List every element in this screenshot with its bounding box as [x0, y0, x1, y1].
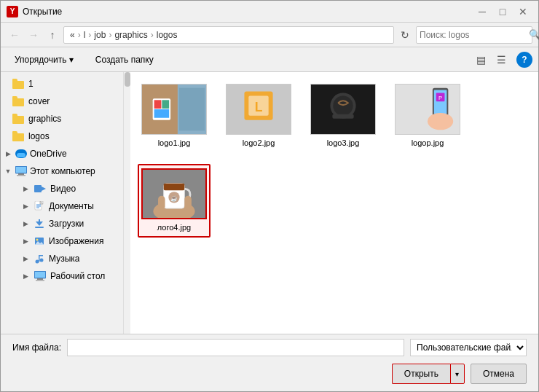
filename-row: Имя файла: Пользовательские файлы — [1, 334, 538, 361]
sidebar-item-onedrive[interactable]: ▶ OneDrive — [1, 145, 123, 162]
window-title: Открытие — [23, 7, 473, 17]
search-icon-button[interactable]: 🔍 — [529, 28, 539, 42]
sidebar-item-graphics[interactable]: graphics — [1, 110, 123, 128]
svg-rect-4 — [34, 185, 42, 192]
sidebar-item-desktop[interactable]: ▶ Рабочий стол — [1, 267, 123, 285]
svg-rect-2 — [18, 173, 24, 175]
search-input[interactable] — [420, 30, 529, 40]
svg-text:L: L — [255, 100, 263, 114]
breadcrumb: « › l › job › graphics › logos — [70, 30, 177, 40]
open-file-dialog: Y Открытие ─ □ ✕ ← → ↑ « › l › job › gra… — [0, 0, 539, 392]
svg-point-16 — [36, 239, 39, 241]
view-tiles-button[interactable]: ▤ — [471, 50, 490, 69]
minimize-button[interactable]: ─ — [473, 4, 492, 19]
forward-button[interactable]: → — [25, 27, 42, 43]
file-item-logo3[interactable]: logo3.jpg — [307, 79, 379, 152]
file-name-logo3: logo3.jpg — [327, 138, 360, 148]
svg-rect-49 — [431, 114, 437, 128]
sidebar-item-cover[interactable]: cover — [1, 93, 123, 110]
svg-rect-42 — [332, 114, 353, 119]
svg-text:☕: ☕ — [170, 195, 178, 202]
svg-rect-34 — [179, 88, 205, 131]
folder-icon — [12, 114, 24, 124]
file-name-logo4: лого4.jpg — [157, 222, 191, 232]
svg-rect-53 — [164, 184, 185, 191]
address-path[interactable]: « › l › job › graphics › logos — [63, 26, 394, 44]
open-button[interactable]: Открыть — [392, 364, 450, 384]
filetype-select[interactable]: Пользовательские файлы — [410, 339, 527, 356]
sidebar-item-images[interactable]: ▶ Изображения — [1, 232, 123, 250]
sidebar-inner: 1 cover graphics logos — [1, 72, 123, 334]
sidebar-item-this-computer[interactable]: ▼ Этот компьютер — [1, 162, 123, 180]
svg-rect-56 — [158, 196, 165, 210]
svg-rect-25 — [36, 280, 44, 281]
file-name-logop: logop.jpg — [412, 138, 444, 148]
svg-text:P: P — [438, 95, 442, 101]
sidebar-label-onedrive: OneDrive — [30, 149, 67, 159]
filename-input[interactable] — [67, 339, 404, 356]
sidebar-scrollbar[interactable] — [123, 72, 130, 334]
desktop-icon — [34, 271, 46, 281]
computer-icon — [15, 166, 27, 176]
toolbar: Упорядочить ▾ Создать папку ▤ ☰ ? — [1, 47, 538, 72]
onedrive-icon — [15, 149, 27, 158]
file-item-logo1[interactable]: logo1.jpg — [138, 79, 211, 152]
close-button[interactable]: ✕ — [514, 4, 532, 19]
address-bar: ← → ↑ « › l › job › graphics › logos ↻ 🔍 — [1, 23, 538, 47]
refresh-button[interactable]: ↻ — [397, 27, 413, 43]
sidebar-item-docs[interactable]: ▶ Документы — [1, 197, 123, 215]
breadcrumb-nav[interactable]: « — [70, 30, 75, 40]
svg-rect-13 — [39, 219, 40, 223]
svg-rect-57 — [184, 196, 192, 210]
music-icon — [34, 254, 44, 264]
file-area: logo1.jpg L logo2.jpg — [130, 72, 538, 334]
breadcrumb-job[interactable]: job — [94, 30, 106, 40]
sidebar-item-1[interactable]: 1 — [1, 75, 123, 93]
sidebar-item-music[interactable]: ▶ Музыка — [1, 250, 123, 267]
svg-rect-1 — [16, 167, 26, 173]
scrollbar-thumb — [125, 72, 130, 87]
sidebar-item-logos[interactable]: logos — [1, 128, 123, 145]
svg-rect-31 — [162, 100, 169, 109]
new-folder-button[interactable]: Создать папку — [87, 50, 162, 69]
file-item-logo2[interactable]: L logo2.jpg — [222, 79, 295, 152]
sidebar-label-video: Видео — [50, 184, 76, 194]
view-list-button[interactable]: ☰ — [492, 50, 511, 69]
svg-rect-30 — [154, 100, 162, 109]
file-thumb-logo1 — [141, 84, 207, 135]
file-name-logo2: logo2.jpg — [243, 138, 275, 148]
sidebar-label-images: Изображения — [49, 236, 103, 246]
breadcrumb-logos[interactable]: logos — [157, 30, 178, 40]
images-icon — [34, 236, 44, 246]
thumb-svg-logo1 — [142, 84, 206, 135]
up-button[interactable]: ↑ — [44, 27, 60, 43]
svg-rect-14 — [35, 227, 44, 228]
file-thumb-logo4: ☕ — [141, 168, 207, 219]
sidebar-item-video[interactable]: ▶ Видео — [1, 180, 123, 197]
back-button[interactable]: ← — [7, 27, 23, 43]
file-grid: logo1.jpg L logo2.jpg — [138, 79, 531, 238]
thumb-svg-logo3 — [311, 84, 375, 135]
breadcrumb-l[interactable]: l — [84, 30, 86, 40]
thumb-svg-logop: P — [396, 84, 460, 135]
svg-point-19 — [40, 259, 44, 262]
svg-rect-32 — [154, 109, 170, 118]
help-button[interactable]: ? — [516, 52, 532, 68]
file-item-logo4[interactable]: ☕ лого4.jpg — [138, 164, 211, 237]
open-dropdown-button[interactable]: ▾ — [450, 364, 465, 384]
expand-arrow-music: ▶ — [21, 254, 30, 263]
maximize-button[interactable]: □ — [493, 4, 512, 19]
sidebar-item-downloads[interactable]: ▶ Загрузки — [1, 215, 123, 232]
expand-arrow-desktop: ▶ — [21, 272, 30, 281]
sidebar-label-docs: Документы — [49, 201, 94, 211]
file-thumb-logop: P — [395, 84, 460, 135]
file-item-logop[interactable]: P logop.jpg — [391, 79, 464, 152]
app-icon: Y — [7, 6, 18, 17]
cancel-button[interactable]: Отмена — [471, 364, 527, 384]
thumb-svg-logo2: L — [227, 84, 291, 135]
docs-icon — [34, 201, 44, 211]
sort-button[interactable]: Упорядочить ▾ — [7, 50, 82, 69]
search-box[interactable]: 🔍 — [416, 26, 532, 44]
breadcrumb-graphics[interactable]: graphics — [114, 30, 147, 40]
folder-icon — [12, 79, 24, 89]
